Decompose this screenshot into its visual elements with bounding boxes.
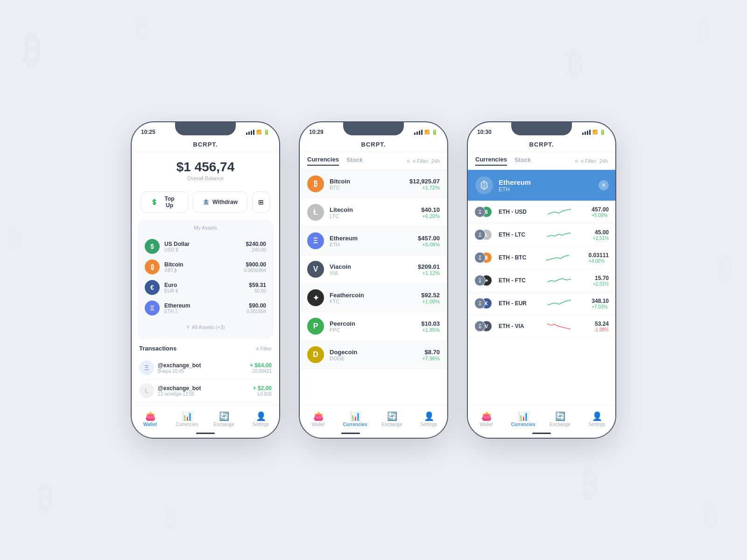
pair-row-ethltc[interactable]: Ξ Ł ETH - LTC 45.00 +2.51%: [468, 224, 615, 246]
withdraw-button[interactable]: 🏦 Withdraw: [193, 191, 247, 213]
tabs-row-3: Currencies Stock ≡ ≡ Filter 24h: [468, 152, 615, 170]
tx-date-1: 13 октября 12:05: [158, 392, 201, 397]
sparkline-ethvia: [547, 322, 571, 331]
currency-icon-ftc: ✦: [307, 289, 324, 306]
asset-icon-usd: $: [145, 239, 160, 254]
asset-native-btc: 0.0692994: [244, 268, 266, 273]
nav-exchange-1[interactable]: 🔄 Exchange: [205, 412, 242, 427]
asset-name-eth: Ethereum: [164, 302, 190, 309]
assets-section: My Assets $ US Dollar USD $ $240.00 240.…: [137, 219, 274, 339]
withdraw-label: Withdraw: [212, 199, 238, 205]
currency-price-eth: $457.00: [418, 235, 440, 242]
sparkline-ethltc: [547, 230, 571, 239]
exchange-nav-icon-1: 🔄: [219, 412, 229, 420]
notch-2: [343, 122, 404, 135]
nav-underline-3: [532, 433, 551, 434]
tx-native-1: Ł0.005: [253, 392, 272, 397]
currency-row-ppc[interactable]: P Peercoin PPC $10.03 +1.85%: [300, 312, 447, 341]
nav-settings-3[interactable]: 👤 Settings: [578, 412, 615, 427]
balance-section: $1 456,74 Overall Balance: [132, 152, 279, 187]
currency-price-ftc: $92.52: [421, 292, 440, 299]
nav-settings-label-3: Settings: [588, 422, 605, 427]
filter-label-2: ≡ Filter: [413, 158, 429, 164]
pair-row-ethvia[interactable]: Ξ V ETH - VIA 53.24 -1.08%: [468, 315, 615, 338]
nav-exchange-2[interactable]: 🔄 Exchange: [374, 412, 410, 427]
period-label-2: 24h: [431, 158, 440, 164]
battery-icon-2: 🔋: [431, 129, 438, 135]
pair-name-etheur: ETH - EUR: [499, 300, 527, 307]
topup-button[interactable]: 💲 Top Up: [141, 191, 188, 213]
asset-native-eur: 50.00: [249, 288, 266, 294]
balance-amount: $1 456,74: [141, 160, 270, 175]
notch-3: [511, 122, 572, 135]
pair-row-etheur[interactable]: Ξ € ETH - EUR 348.10 +7.03%: [468, 292, 615, 315]
pair-name-ethvia: ETH - VIA: [499, 323, 524, 329]
pair-icon1-etheur: Ξ: [474, 298, 486, 309]
currency-row-ltc[interactable]: Ł Litecoin LTC $40.10 +6.20%: [300, 198, 447, 227]
currency-row-doge[interactable]: D Dogecoin DOGE $8.70 +7.96%: [300, 341, 447, 369]
currency-change-doge: +7.96%: [422, 356, 440, 361]
nav-settings-label-2: Settings: [420, 422, 437, 427]
currencies-nav-icon-1: 📊: [182, 412, 192, 420]
pair-icon1-ethvia: Ξ: [474, 321, 486, 332]
status-icons-1: 📶 🔋: [246, 129, 270, 135]
close-selected-button[interactable]: ✕: [599, 180, 609, 190]
withdraw-icon: 🏦: [203, 199, 210, 205]
currency-price-ltc: $40.10: [421, 206, 440, 213]
asset-name-usd: US Dollar: [164, 241, 190, 247]
wifi-icon: 📶: [256, 130, 261, 134]
currency-icon-ltc: Ł: [307, 204, 324, 221]
nav-settings-label-1: Settings: [252, 422, 269, 427]
currency-row-eth[interactable]: Ξ Ethereum ETH $457.00 +5.08%: [300, 227, 447, 255]
tab-stock-2[interactable]: Stock: [346, 156, 363, 165]
pair-row-ethftc[interactable]: Ξ ✦ ETH - FTC 15.70 +2.01%: [468, 269, 615, 292]
time-1: 10:25: [141, 129, 155, 135]
balance-label: Overall Balance: [141, 175, 270, 181]
asset-row-eur: € Euro EUR € $59.31 50.00: [145, 277, 266, 298]
pair-value-ethltc: 45.00: [593, 229, 609, 236]
currency-icon-via: V: [307, 261, 324, 278]
all-assets-button[interactable]: ∨ All Assets (+3): [145, 320, 266, 334]
nav-settings-1[interactable]: 👤 Settings: [242, 412, 279, 427]
nav-wallet-1[interactable]: 👛 Wallet: [132, 412, 169, 427]
tab-currencies-3[interactable]: Currencies: [475, 156, 507, 166]
currency-row-btc[interactable]: ₿ Bitcoin BTC $12,925.07 +1.72%: [300, 170, 447, 198]
currency-row-via[interactable]: V Viacoin VIA $209.01 +1.12%: [300, 255, 447, 284]
nav-wallet-label-3: Wallet: [480, 422, 493, 427]
nav-wallet-2[interactable]: 👛 Wallet: [300, 412, 337, 427]
pair-row-ethusd[interactable]: Ξ $ ETH - USD 457.00 +5.08%: [468, 201, 615, 224]
currency-row-ftc[interactable]: ✦ Feathercoin FTC $92.52 +1.00%: [300, 284, 447, 312]
battery-icon: 🔋: [263, 129, 270, 135]
pair-row-ethbtc[interactable]: Ξ ₿ ETH - BTC 0.03111 +4.00%: [468, 246, 615, 269]
bottom-nav-2: 👛 Wallet 📊 Currencies 🔄 Exchange 👤 Setti…: [300, 405, 447, 438]
asset-icon-btc: ₿: [145, 259, 160, 274]
qr-button[interactable]: ⊞: [252, 191, 270, 213]
nav-currencies-2[interactable]: 📊 Currencies: [337, 412, 374, 427]
asset-name-eur: Euro: [164, 282, 178, 288]
tab-currencies-2[interactable]: Currencies: [307, 156, 339, 166]
settings-nav-icon-1: 👤: [256, 412, 266, 420]
nav-exchange-3[interactable]: 🔄 Exchange: [542, 412, 578, 427]
tab-stock-3[interactable]: Stock: [514, 156, 531, 165]
pair-value-ethftc: 15.70: [593, 275, 609, 281]
phone-2-content: ₿ Bitcoin BTC $12,925.07 +1.72% Ł Liteco…: [300, 170, 447, 426]
currency-price-via: $209.01: [418, 263, 440, 270]
tx-native-0: Ξ0.00421: [250, 369, 272, 374]
nav-currencies-3[interactable]: 📊 Currencies: [505, 412, 542, 427]
currency-name-ltc: Litecoin: [330, 206, 353, 213]
pair-value-ethvia: 53.24: [594, 321, 609, 327]
wifi-icon-3: 📶: [592, 130, 598, 134]
nav-settings-2[interactable]: 👤 Settings: [410, 412, 447, 427]
tabs-row-2: Currencies Stock ≡ ≡ Filter 24h: [300, 152, 447, 170]
pair-icon1-ethusd: Ξ: [474, 206, 486, 217]
phone-3-content: Ξ $ ETH - USD 457.00 +5.08% Ξ: [468, 201, 615, 425]
app-header-3: BCRPT.: [468, 138, 615, 152]
nav-currencies-1[interactable]: 📊 Currencies: [169, 412, 205, 427]
filter-icon-3: ≡: [575, 158, 578, 164]
all-assets-label: All Assets (+3): [192, 324, 225, 330]
currency-code-ltc: LTC: [330, 213, 353, 219]
filter-button-wallet[interactable]: ≡ Filter: [256, 346, 272, 351]
currency-price-btc: $12,925.07: [409, 178, 440, 185]
asset-row-btc: ₿ Bitcoin XBT ₿ $900.00 0.0692994: [145, 257, 266, 277]
nav-wallet-3[interactable]: 👛 Wallet: [468, 412, 505, 427]
